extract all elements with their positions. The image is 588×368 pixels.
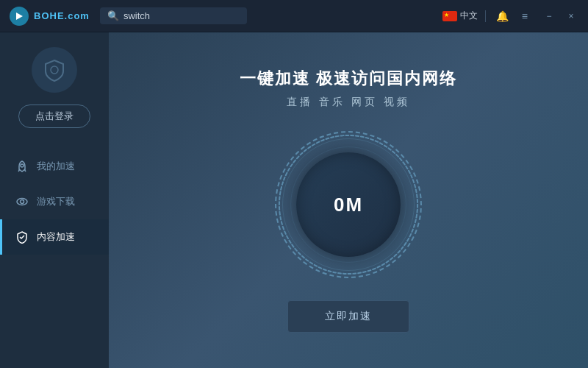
- sidebar-item-game-download[interactable]: 游戏下载: [0, 184, 109, 219]
- search-bar[interactable]: 🔍: [100, 7, 247, 24]
- accelerate-button[interactable]: 立即加速: [287, 300, 409, 333]
- titlebar: BOHE.com 🔍 中文 🔔 ≡ − ×: [0, 0, 588, 32]
- bell-icon[interactable]: 🔔: [493, 9, 512, 24]
- language-label: 中文: [460, 10, 478, 22]
- speed-dial: 0M: [275, 131, 422, 278]
- titlebar-right: 中文 🔔 ≡ − ×: [442, 8, 579, 24]
- shield-icon: [15, 230, 29, 244]
- flag-icon: [442, 11, 457, 21]
- avatar: [32, 47, 77, 93]
- sidebar-item-label: 游戏下载: [37, 195, 75, 208]
- speed-value: 0M: [334, 194, 363, 216]
- svg-point-4: [21, 200, 24, 204]
- logo-text: BOHE.com: [34, 10, 90, 21]
- window-controls: − ×: [541, 8, 579, 24]
- menu-icon[interactable]: ≡: [519, 9, 531, 24]
- minimize-button[interactable]: −: [541, 8, 557, 24]
- speed-dial-outer: 0M: [275, 131, 422, 278]
- search-input[interactable]: [123, 10, 240, 21]
- eye-icon: [15, 194, 29, 209]
- search-icon: 🔍: [107, 10, 119, 21]
- divider: [485, 10, 486, 22]
- login-button[interactable]: 点击登录: [18, 105, 90, 128]
- sidebar-item-my-accelerate[interactable]: 我的加速: [0, 149, 109, 184]
- content-title: 一键加速 极速访问国内网络: [240, 68, 457, 90]
- content-area: 一键加速 极速访问国内网络 直播 音乐 网页 视频 0M 立即加速: [109, 32, 588, 368]
- content-subtitle: 直播 音乐 网页 视频: [287, 96, 410, 109]
- logo-area: BOHE.com: [9, 6, 90, 26]
- logo-icon: [9, 6, 29, 26]
- rocket-icon: [15, 159, 29, 174]
- svg-point-1: [51, 66, 58, 74]
- main-area: 点击登录 我的加速: [0, 32, 588, 368]
- close-button[interactable]: ×: [563, 8, 579, 24]
- avatar-shield-icon: [43, 58, 66, 82]
- sidebar: 点击登录 我的加速: [0, 32, 109, 368]
- nav-items: 我的加速 游戏下载 内容加速: [0, 149, 109, 255]
- sidebar-item-label: 内容加速: [37, 230, 75, 244]
- speed-dial-inner: 0M: [296, 152, 401, 257]
- sidebar-item-content-accelerate[interactable]: 内容加速: [0, 219, 109, 255]
- language-selector[interactable]: 中文: [442, 10, 478, 22]
- svg-point-2: [21, 164, 24, 167]
- sidebar-item-label: 我的加速: [37, 160, 75, 173]
